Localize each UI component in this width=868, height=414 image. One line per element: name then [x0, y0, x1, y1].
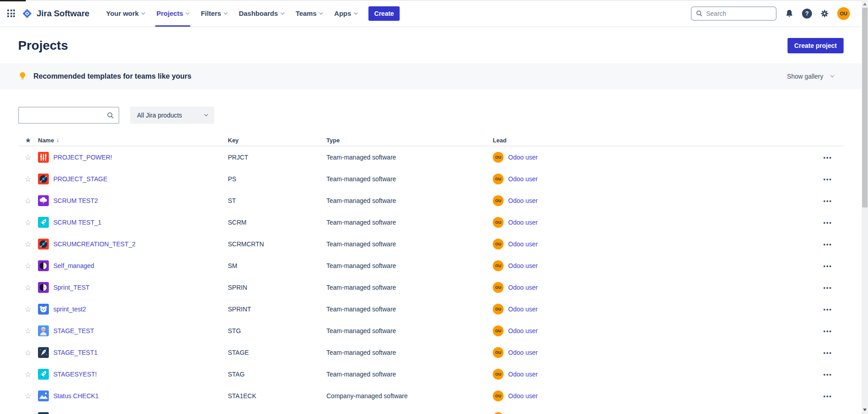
row-more-button[interactable]: •••	[823, 241, 832, 248]
nav-item-filters[interactable]: Filters	[195, 0, 233, 27]
key-column-header[interactable]: Key	[228, 137, 326, 144]
lead-link[interactable]: Odoo user	[508, 262, 538, 269]
row-more-button[interactable]: •••	[823, 306, 832, 313]
row-more-button[interactable]: •••	[823, 349, 832, 356]
notifications-bell-icon[interactable]	[784, 9, 794, 19]
row-more-button[interactable]: •••	[823, 393, 832, 400]
lead-avatar: OU	[493, 390, 504, 401]
table-row: ☆ SCRUM TEST_1 SCRM Team-managed softwar…	[18, 212, 844, 233]
project-name-cell: SCRUMCREATION_TEST_2	[38, 239, 228, 249]
project-name-link[interactable]: STAGESYEST!	[53, 371, 97, 378]
project-type: Team-managed software	[326, 371, 493, 378]
lead-column-header[interactable]: Lead	[493, 137, 812, 144]
product-filter-dropdown[interactable]: All Jira products	[130, 107, 214, 124]
lead-link[interactable]: Odoo user	[508, 197, 538, 204]
lead-link[interactable]: Odoo user	[508, 219, 538, 226]
type-column-header[interactable]: Type	[326, 137, 493, 144]
scroll-down-arrow-icon[interactable]	[863, 409, 867, 411]
row-more-button[interactable]: •••	[823, 198, 832, 204]
project-name-link[interactable]: STAGE_TEST1	[53, 349, 98, 356]
name-header-label: Name	[38, 137, 54, 144]
star-icon[interactable]: ☆	[24, 371, 31, 378]
lead-link[interactable]: Odoo user	[508, 240, 538, 248]
lead-avatar: OU	[493, 369, 504, 380]
table-row: ☆ Self_managed SM Team-managed software …	[18, 255, 844, 277]
search-icon	[107, 112, 114, 119]
chevron-down-icon	[281, 10, 284, 14]
row-more-button[interactable]: •••	[823, 284, 832, 291]
star-icon[interactable]: ☆	[24, 327, 31, 335]
table-row: ☆ SCRUM TEST2 ST Team-managed software O…	[18, 190, 844, 212]
lead-link[interactable]: Odoo user	[508, 349, 538, 356]
row-more-button[interactable]: •••	[823, 154, 832, 161]
star-icon[interactable]: ☆	[24, 284, 31, 292]
lead-link[interactable]: Odoo user	[508, 327, 538, 334]
project-name-link[interactable]: Sprint_TEST	[53, 284, 90, 291]
project-search-input[interactable]	[24, 112, 107, 119]
row-actions-cell: •••	[823, 218, 832, 226]
global-search-input[interactable]	[706, 10, 772, 17]
star-icon[interactable]: ☆	[24, 175, 31, 183]
settings-gear-icon[interactable]	[820, 9, 830, 19]
project-name-link[interactable]: PROJECT_STAGE	[53, 175, 108, 183]
row-more-button[interactable]: •••	[823, 328, 832, 334]
star-icon[interactable]: ☆	[24, 154, 31, 161]
user-avatar[interactable]: OU	[837, 7, 850, 20]
table-row: ☆ STAGE_TEST1 STAGE Team-managed softwar…	[18, 342, 844, 363]
star-icon[interactable]: ☆	[24, 306, 31, 313]
project-name-link[interactable]: SCRUM TEST_1	[53, 219, 101, 226]
project-name-link[interactable]: Status CHECK1	[53, 392, 99, 400]
lead-link[interactable]: Odoo user	[508, 154, 538, 161]
star-icon[interactable]: ☆	[24, 240, 31, 248]
star-icon[interactable]: ☆	[24, 262, 31, 270]
nav-item-apps[interactable]: Apps	[328, 0, 363, 27]
project-name-link[interactable]: PROJECT_POWER!	[53, 154, 112, 161]
star-icon[interactable]: ☆	[24, 219, 31, 226]
project-lead-cell: OU Odoo user	[493, 304, 812, 315]
row-more-button[interactable]: •••	[823, 263, 832, 269]
lead-link[interactable]: Odoo user	[508, 392, 538, 400]
project-avatar-storm-cloud-icon	[38, 195, 49, 206]
lead-link[interactable]: Odoo user	[508, 371, 538, 378]
project-name-link[interactable]: SCRUMCREATION_TEST_2	[53, 240, 136, 248]
project-type: Team-managed software	[326, 154, 493, 161]
project-name-link[interactable]: SCRUM TEST2	[53, 197, 98, 204]
row-more-button[interactable]: •••	[823, 371, 832, 378]
project-search[interactable]	[18, 107, 119, 124]
chevron-down-icon	[224, 10, 227, 14]
create-project-button[interactable]: Create project	[788, 38, 844, 53]
vertical-scrollbar[interactable]	[862, 0, 868, 414]
star-icon[interactable]: ☆	[24, 349, 31, 357]
row-more-button[interactable]: •••	[823, 176, 832, 183]
nav-item-label: Filters	[201, 9, 221, 17]
lead-link[interactable]: Odoo user	[508, 306, 538, 313]
row-actions-cell: •••	[823, 240, 832, 248]
lead-link[interactable]: Odoo user	[508, 284, 538, 291]
project-name-link[interactable]: STAGE_TEST	[53, 327, 94, 334]
nav-item-your-work[interactable]: Your work	[100, 0, 151, 27]
row-more-button[interactable]: •••	[823, 219, 832, 226]
scroll-up-arrow-icon[interactable]	[863, 3, 867, 5]
nav-item-dashboards[interactable]: Dashboards	[233, 0, 290, 27]
nav-item-projects[interactable]: Projects	[151, 0, 195, 27]
star-column-header[interactable]: ★	[25, 137, 31, 144]
page-header: Projects Create project	[0, 27, 862, 63]
project-name-link[interactable]: sprint_test2	[53, 306, 86, 313]
project-name-link[interactable]: Self_managed	[53, 262, 94, 269]
name-column-header[interactable]: Name ↓	[38, 137, 228, 144]
project-key: PRJCT	[228, 154, 326, 161]
nav-item-label: Teams	[296, 9, 316, 17]
star-icon[interactable]: ☆	[24, 392, 31, 400]
app-switcher-icon[interactable]	[7, 9, 15, 17]
project-lead-cell: OU Odoo user	[493, 325, 812, 336]
create-button[interactable]: Create	[368, 6, 400, 21]
star-icon[interactable]: ☆	[24, 197, 31, 205]
scrollbar-thumb[interactable]	[862, 8, 868, 207]
jira-logo[interactable]: Jira Software	[22, 8, 90, 19]
help-icon[interactable]: ?	[802, 9, 812, 19]
nav-item-teams[interactable]: Teams	[290, 0, 328, 27]
show-gallery-button[interactable]: Show gallery	[787, 73, 834, 80]
lead-link[interactable]: Odoo user	[508, 175, 538, 183]
table-row: ☆ sprint_test2 SPRINT Team-managed softw…	[18, 298, 844, 320]
global-search[interactable]	[691, 6, 777, 21]
